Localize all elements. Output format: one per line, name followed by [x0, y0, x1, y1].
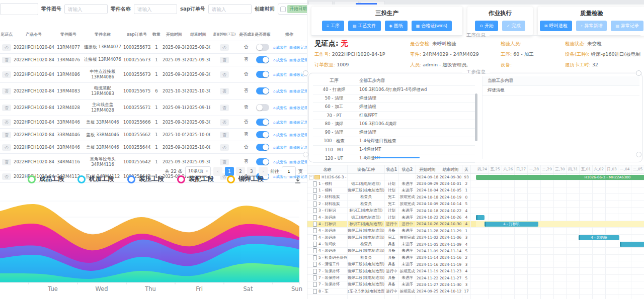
process-row[interactable]: 40 - 打底焊106.3和106.4打底焊1-4号焊缝wd: [313, 86, 475, 94]
gantt-row[interactable]: [307, 295, 476, 299]
action-link-修改记录[interactable]: ▤修改记录: [289, 58, 307, 62]
gantt-row[interactable]: 5 - 检查码全块外径检查员具备未进序2024-11-142024-11-162: [307, 255, 476, 261]
action-link-修改记录[interactable]: ▤修改记录: [289, 133, 307, 137]
button-异常新增[interactable]: +异常新增: [576, 21, 607, 31]
gantt-row[interactable]: 4 - 装码块铆焊工段(核电制造部)具备未进序2024-11-092024-11…: [307, 248, 476, 254]
gantt-chart-row[interactable]: [476, 201, 644, 208]
gantt-bar[interactable]: [476, 215, 485, 220]
process-row[interactable]: 90 - 清理焊缝清理: [313, 129, 475, 137]
resize-handle[interactable]: [303, 70, 308, 76]
gantt-row[interactable]: 4 - 装码块铆焊工段(核电制造部)具备未进序2024-11-282024-11…: [307, 228, 476, 234]
date-checkbox-icon[interactable]: [280, 7, 286, 12]
sap-order-input[interactable]: [208, 4, 252, 14]
gantt-row[interactable]: 2 - 材料核实检查员完工按期完成2024-10-182024-10-190: [307, 194, 476, 201]
process-row[interactable]: 110 - MT1-4焊缝MT: [313, 146, 475, 154]
legend-item-铆焊工段[interactable]: 铆焊工段: [227, 175, 264, 183]
gantt-row[interactable]: 8 - 车立车-2.5米(核电制造部)进行中按期完成2024-09-252024…: [307, 288, 476, 295]
action-link-成套性[interactable]: ⌂成套性: [273, 160, 287, 164]
gantt-row[interactable]: 1 - 领料铆焊工段(核电制造部)计划未进序2024-10-042024-10-…: [307, 187, 476, 194]
part-name-input[interactable]: [134, 4, 177, 14]
gantt-bar[interactable]: 4 - 装码块: [579, 235, 619, 240]
process-row[interactable]: 70 - PT打底焊PT: [313, 112, 475, 120]
action-link-修改记录[interactable]: ▤修改记录: [289, 106, 307, 110]
goto-page-input[interactable]: [282, 166, 296, 176]
visibility-toggle[interactable]: [256, 56, 269, 63]
gantt-row[interactable]: 7 - 装保持环铆焊工段(核电制造部)具备未进序2024-11-272024-1…: [307, 281, 476, 288]
gantt-chart-row[interactable]: [476, 194, 644, 201]
visibility-toggle[interactable]: [256, 158, 269, 165]
gantt-chart-row[interactable]: 4 - 装码块: [476, 235, 644, 241]
action-link-修改记录[interactable]: ▤修改记录: [289, 145, 307, 150]
action-link-成套性[interactable]: ⌂成套性: [273, 120, 287, 125]
legend-item-成品工段[interactable]: 成品工段: [28, 175, 64, 183]
gantt-chart-row[interactable]: 4 - 打标识: [476, 221, 644, 228]
tab-segment[interactable]: [335, 1, 359, 5]
gantt-row[interactable]: 4 - 装码块锻工(核电制造部)计划未进序2024-10-222024-10-2…: [307, 214, 476, 221]
gantt-chart-row[interactable]: [476, 208, 644, 214]
cut-filter-input[interactable]: [0, 3, 38, 15]
gantt-bar[interactable]: 4 - 打标识: [485, 222, 538, 227]
gantt-row[interactable]: 7 - 装保持环铆焊工段(核电制造部)具备未进序2024-11-222024-1…: [307, 275, 476, 281]
process-row[interactable]: 100 - 检查1-4号焊缝目视检查: [313, 137, 475, 146]
resize-handle[interactable]: [636, 152, 641, 157]
gantt-row[interactable]: 1 - 领料锻工(核电制造部)计划未进序2024-09-292024-10-01…: [307, 180, 476, 187]
action-link-修改记录[interactable]: ▤修改记录: [289, 45, 307, 50]
gantt-chart-row[interactable]: [476, 180, 644, 187]
gantt-chart-row[interactable]: [476, 268, 644, 274]
gantt-row[interactable]: −H1026-66-3 - MHZ2A63002024-09-182024-09…: [307, 174, 476, 180]
resize-handle[interactable]: [636, 70, 641, 76]
gantt-chart-row[interactable]: [476, 261, 644, 268]
gantt-chart-row[interactable]: [476, 281, 644, 288]
resize-handle[interactable]: [303, 152, 308, 157]
gantt-chart-row[interactable]: H1026-66-3 - MHZ2A6300: [476, 174, 644, 180]
legend-item-装压工段[interactable]: 装压工段: [127, 175, 164, 183]
gantt-row[interactable]: 2 - 材料核实检查员完工按期完成2024-10-092024-10-145: [307, 201, 476, 208]
gantt-row[interactable]: 4 - 装码块铆焊工段(核电制造部)完工按期完成2024-11-022024-1…: [307, 235, 476, 241]
action-link-成套性[interactable]: ⌂成套性: [273, 145, 287, 150]
visibility-toggle[interactable]: [256, 44, 269, 51]
process-row[interactable]: 120 - UT1-4焊缝UT: [313, 154, 475, 163]
gantt-row[interactable]: 7 - 装保持环铆焊工段(核电制造部)进行中按期完成2024-11-192024…: [307, 268, 476, 274]
button-工艺文件[interactable]: ▤工艺文件: [348, 21, 381, 31]
action-link-修改记录[interactable]: ▤修改记录: [289, 160, 307, 164]
button-合格证(wms)[interactable]: ▦合格证(wms): [412, 21, 452, 31]
legend-item-机加工段[interactable]: 机加工段: [77, 175, 114, 183]
download-icon[interactable]: [294, 176, 302, 184]
button-呼叫送检[interactable]: ✉呼叫送检: [540, 21, 572, 31]
button-图纸[interactable]: ◈图纸: [385, 21, 408, 31]
gantt-chart-row[interactable]: [476, 228, 644, 234]
gantt-row[interactable]: 4 - 装码块检查员具备未进序2024-11-052024-11-094: [307, 241, 476, 248]
gantt-chart-row[interactable]: [476, 187, 644, 194]
process-row[interactable]: 50 - 清理焊缝清理: [313, 94, 475, 103]
button-工序[interactable]: ≡工序: [322, 21, 344, 31]
action-link-成套性[interactable]: ⌂成套性: [273, 58, 287, 62]
button-异常记录[interactable]: ▤异常记录: [611, 21, 643, 31]
button-开始[interactable]: ⊙开始: [475, 21, 498, 31]
horizontal-scrollbar[interactable]: [374, 157, 420, 158]
gantt-chart-row[interactable]: [476, 214, 644, 221]
date-start-input[interactable]: 开始日期: [287, 5, 307, 13]
action-link-修改记录[interactable]: ▤修改记录: [289, 89, 307, 93]
visibility-toggle[interactable]: [256, 144, 269, 151]
action-link-成套性[interactable]: ⌂成套性: [273, 89, 287, 93]
gantt-row[interactable]: 3 - 打标识标识工(核电制造部)计划未进序2024-10-182024-10-…: [307, 208, 476, 214]
legend-item-装配工段[interactable]: 装配工段: [177, 175, 214, 183]
gantt-bar[interactable]: H1026-66-3 - MHZ2A6300: [476, 175, 644, 180]
active-tab-indicator[interactable]: [356, 3, 377, 5]
tab-segment[interactable]: [308, 1, 333, 5]
gantt-chart-row[interactable]: [476, 241, 644, 248]
process-row[interactable]: 80 - 满焊106.3和106.4满焊: [313, 120, 475, 129]
visibility-toggle[interactable]: [256, 131, 269, 138]
gantt-row[interactable]: 4 - 打标识标识工(核电制造部)进行中进行中2024-10-262024-10…: [307, 221, 476, 228]
gantt-chart-row[interactable]: [476, 255, 644, 261]
gantt-row[interactable]: 6 - 清理工件铆焊工段(核电制造部)具备未进序2024-11-162024-1…: [307, 261, 476, 268]
vertical-scrollbar[interactable]: [475, 93, 477, 141]
gantt-chart-row[interactable]: [476, 288, 644, 295]
gantt-chart-row[interactable]: [476, 295, 644, 299]
visibility-toggle[interactable]: [256, 119, 269, 126]
action-link-成套性[interactable]: ⌂成套性: [273, 45, 287, 50]
collapse-icon[interactable]: −: [309, 175, 313, 179]
action-link-成套性[interactable]: ⌂成套性: [273, 133, 287, 137]
date-range-picker[interactable]: 开始日期 - 结束日期: [278, 4, 307, 15]
action-link-成套性[interactable]: ⌂成套性: [273, 72, 287, 77]
